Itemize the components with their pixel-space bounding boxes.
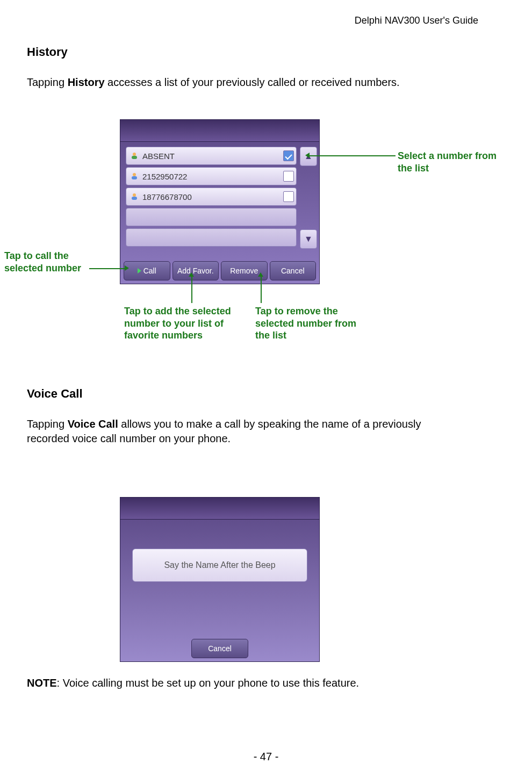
remove-button-label: Remove	[230, 266, 258, 275]
svg-point-2	[133, 173, 136, 176]
history-row-label: 18776678700	[142, 192, 192, 201]
history-row-label: 2152950722	[142, 172, 187, 181]
callout-call: Tap to call the selected number	[4, 250, 98, 274]
call-button[interactable]: Call	[124, 261, 170, 280]
checkbox-icon[interactable]	[283, 150, 294, 161]
callout-remove: Tap to remove the selected number from t…	[255, 305, 363, 342]
svg-rect-5	[132, 197, 137, 200]
callout-select: Select a number from the list	[398, 150, 511, 174]
history-row-empty	[126, 228, 297, 247]
callout-leader	[191, 276, 192, 303]
note-paragraph: NOTE: Voice calling must be set up on yo…	[27, 676, 457, 690]
svg-point-4	[133, 193, 136, 197]
voicecall-button-bar: Cancel	[120, 639, 319, 658]
scrollbar: ▲ ▼	[300, 147, 316, 249]
add-favorite-button[interactable]: Add Favor.	[172, 261, 219, 280]
svg-rect-3	[132, 176, 137, 179]
arrow-icon	[189, 272, 194, 277]
note-label: NOTE	[27, 677, 57, 689]
arrow-icon	[305, 153, 310, 158]
contact-icon	[130, 171, 139, 181]
note-text: : Voice calling must be set up on your p…	[57, 677, 360, 689]
voicecall-titlebar	[120, 498, 319, 520]
history-button-bar: Call Add Favor. Remove Cancel	[124, 261, 316, 280]
add-button-label: Add Favor.	[177, 266, 214, 275]
intro-post: accesses a list of your previously calle…	[105, 76, 400, 88]
page-number: - 47 -	[0, 751, 532, 763]
svg-rect-1	[132, 156, 137, 159]
history-list: ABSENT 2152950722 18776678700	[126, 147, 297, 257]
arrow-icon	[125, 265, 129, 271]
doc-header: Delphi NAV300 User's Guide	[355, 15, 478, 26]
intro-bold: History	[68, 76, 105, 88]
callout-add: Tap to add the selected number to your l…	[124, 305, 248, 342]
vc-intro-pre: Tapping	[27, 418, 68, 430]
cancel-button-label: Cancel	[281, 266, 305, 275]
cancel-button[interactable]: Cancel	[270, 261, 317, 280]
history-row-empty	[126, 208, 297, 226]
callout-leader	[261, 276, 262, 303]
section-voicecall-intro: Tapping Voice Call allows you to make a …	[27, 417, 435, 446]
callout-leader	[310, 155, 396, 156]
history-titlebar	[120, 120, 319, 142]
voicecall-cancel-button[interactable]: Cancel	[191, 639, 248, 658]
play-icon	[138, 268, 141, 273]
section-voicecall-title: Voice Call	[27, 387, 435, 401]
callout-leader	[89, 268, 125, 269]
call-button-label: Call	[143, 266, 156, 275]
checkbox-icon[interactable]	[283, 171, 294, 182]
section-history-intro: Tapping History accesses a list of your …	[27, 75, 505, 90]
voicecall-message: Say the Name After the Beep	[132, 549, 307, 582]
scroll-down-button[interactable]: ▼	[300, 229, 317, 249]
voicecall-screenshot: Say the Name After the Beep Cancel	[120, 497, 320, 662]
voicecall-cancel-label: Cancel	[208, 644, 232, 653]
triangle-down-icon: ▼	[304, 234, 313, 244]
svg-point-0	[133, 153, 136, 156]
history-row[interactable]: 18776678700	[126, 188, 297, 206]
intro-pre: Tapping	[27, 76, 68, 88]
history-row-label: ABSENT	[142, 152, 175, 161]
contact-icon	[130, 192, 139, 201]
vc-intro-bold: Voice Call	[68, 418, 118, 430]
arrow-icon	[258, 272, 263, 277]
history-row[interactable]: ABSENT	[126, 147, 297, 165]
history-row[interactable]: 2152950722	[126, 167, 297, 185]
checkbox-icon[interactable]	[283, 191, 294, 202]
contact-icon	[130, 151, 139, 161]
section-history-title: History	[27, 45, 505, 59]
history-screenshot: ABSENT 2152950722 18776678700 ▲ ▼ Call A…	[120, 119, 320, 284]
